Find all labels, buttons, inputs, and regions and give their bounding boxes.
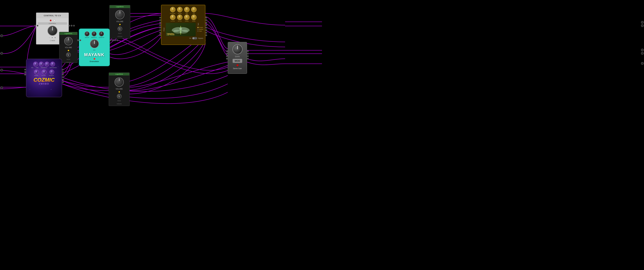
dragonfly-onbypass-row: On Bypass: [163, 37, 203, 40]
port[interactable]: [34, 25, 36, 26]
port[interactable]: [62, 71, 64, 73]
right-port-1[interactable]: [641, 21, 644, 24]
port[interactable]: [206, 32, 207, 34]
left-port-4[interactable]: [0, 86, 3, 89]
mod-volume-left-led: [68, 50, 69, 51]
port[interactable]: [159, 32, 161, 34]
port[interactable]: [206, 24, 207, 26]
mod-volume-top-trim[interactable]: [118, 26, 122, 31]
port[interactable]: [62, 81, 64, 83]
granulator-length-knob[interactable]: [99, 31, 104, 36]
port[interactable]: [226, 55, 228, 57]
right-port-4[interactable]: [641, 52, 644, 55]
cozmic-double-knob[interactable]: [50, 70, 54, 74]
cozmic-knobs-mid: [34, 70, 54, 74]
port[interactable]: [247, 50, 249, 52]
port[interactable]: [206, 34, 207, 36]
granulator-density-knob[interactable]: [92, 31, 96, 36]
dragonfly-hicut-knob[interactable]: [177, 14, 182, 20]
mod-volume-bottom-knob[interactable]: [114, 78, 124, 87]
port[interactable]: [112, 40, 114, 41]
dragonfly-right-ports: [206, 17, 207, 36]
right-port-5[interactable]: [641, 62, 644, 65]
cozmic-mix-knob[interactable]: [33, 62, 38, 66]
port[interactable]: [159, 27, 161, 28]
port[interactable]: [226, 50, 228, 52]
port[interactable]: [159, 22, 161, 24]
mod-volume-bottom-body: VOLUME MOD Volume: [109, 76, 129, 106]
port[interactable]: [226, 53, 228, 54]
right-port-3[interactable]: [641, 49, 644, 51]
port[interactable]: [73, 25, 75, 26]
mod-volume-top-knob[interactable]: [115, 10, 124, 19]
mod-volume-left-knob[interactable]: [64, 37, 72, 45]
dragonfly-toggle[interactable]: [192, 37, 197, 40]
dragonfly-damp-knob[interactable]: [184, 14, 190, 20]
dragonfly-type-simple[interactable]: Simple: [198, 27, 203, 28]
control-to-cv-sublabel: CONTROL: [38, 22, 67, 25]
dragonfly-nested-radio[interactable]: [198, 29, 198, 30]
granulator-right-ports: [110, 40, 118, 41]
dragonfly-dry-knob[interactable]: [191, 7, 196, 12]
left-port-2[interactable]: [0, 52, 3, 55]
port[interactable]: [159, 19, 161, 21]
port[interactable]: [206, 29, 207, 31]
port[interactable]: [62, 79, 64, 80]
port[interactable]: [206, 22, 207, 24]
dragonfly-simple-radio[interactable]: [198, 27, 198, 28]
port[interactable]: [159, 29, 161, 31]
cozmic-time-knob[interactable]: [39, 62, 44, 66]
dragonfly-predelay-knob[interactable]: [170, 7, 176, 12]
control-to-cv-right-ports: [68, 25, 75, 26]
port[interactable]: [62, 76, 64, 78]
port[interactable]: [247, 58, 249, 60]
dragonfly-decay-knob[interactable]: [177, 7, 182, 12]
port[interactable]: [159, 17, 161, 18]
port[interactable]: [80, 40, 81, 41]
port[interactable]: [206, 27, 207, 28]
left-port-3[interactable]: [0, 69, 3, 72]
port[interactable]: [62, 74, 64, 76]
mod-volume-left-trim[interactable]: [66, 52, 71, 57]
port[interactable]: [68, 25, 70, 26]
right-port-2[interactable]: [641, 24, 644, 27]
port[interactable]: [77, 40, 79, 41]
port[interactable]: [62, 69, 64, 70]
cozmic-crossfeed-knob[interactable]: [50, 62, 55, 66]
port[interactable]: [24, 74, 26, 76]
port[interactable]: [206, 17, 207, 18]
port[interactable]: [159, 24, 161, 26]
cozmic-filter-knob[interactable]: [42, 70, 46, 74]
dragonfly-type-nested[interactable]: Nested: [198, 28, 203, 30]
dragonfly-type-tank[interactable]: Tank: [198, 30, 203, 32]
cozmic-speed-knob[interactable]: [34, 70, 39, 74]
control-to-cv-knob[interactable]: [48, 26, 58, 36]
left-port-1[interactable]: [0, 34, 3, 37]
led-red: [50, 20, 52, 21]
granulator-mix-knob[interactable]: [90, 39, 99, 48]
cozmic-feedback-knob[interactable]: [44, 62, 49, 66]
dragonfly-width-knob[interactable]: [191, 14, 196, 20]
control-to-cv-indicators: [50, 20, 55, 21]
port[interactable]: [37, 25, 38, 26]
port[interactable]: [226, 58, 228, 60]
port[interactable]: [116, 40, 118, 41]
port[interactable]: [71, 25, 72, 26]
port[interactable]: [110, 40, 111, 41]
port[interactable]: [24, 69, 26, 70]
port[interactable]: [159, 34, 161, 36]
dragonfly-tank-radio[interactable]: [198, 30, 198, 32]
mod-volume-bottom-trim[interactable]: [117, 94, 122, 98]
port[interactable]: [247, 53, 249, 54]
port[interactable]: [247, 55, 249, 57]
port[interactable]: [24, 71, 26, 73]
granulator-mix-label: MIX: [93, 49, 96, 51]
dragonfly-predelay-label: Predelay: [170, 12, 176, 14]
stereo-gain-knob[interactable]: [232, 44, 242, 54]
port[interactable]: [114, 40, 116, 41]
granulator-delay-knob[interactable]: [84, 31, 90, 36]
granulator-title: MAYANK: [84, 52, 104, 57]
port[interactable]: [206, 19, 207, 21]
dragonfly-wet-knob[interactable]: [184, 7, 190, 12]
dragonfly-locut-knob[interactable]: [170, 14, 176, 20]
